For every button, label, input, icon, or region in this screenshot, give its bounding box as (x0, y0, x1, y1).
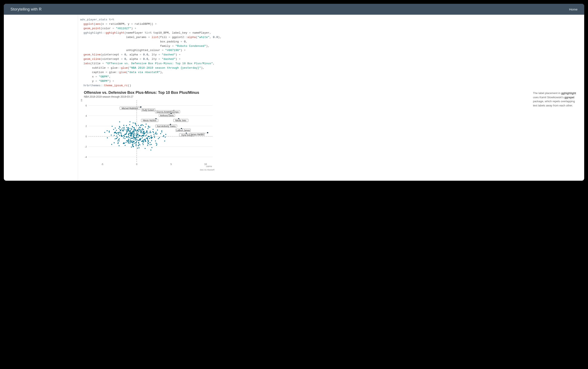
svg-point-315 (117, 132, 118, 133)
svg-point-106 (151, 140, 152, 141)
svg-point-132 (139, 144, 140, 145)
svg-point-243 (127, 131, 128, 132)
svg-point-300 (155, 140, 156, 141)
svg-point-317 (144, 133, 145, 134)
svg-point-383 (129, 128, 130, 129)
svg-point-78 (134, 143, 135, 144)
svg-point-70 (150, 150, 152, 150)
svg-point-269 (148, 141, 149, 142)
svg-point-246 (116, 136, 117, 137)
svg-text:-2: -2 (85, 145, 87, 148)
svg-point-284 (160, 133, 161, 134)
svg-point-139 (148, 127, 149, 128)
svg-point-372 (147, 137, 148, 138)
svg-text:10: 10 (204, 163, 207, 165)
svg-point-38 (142, 132, 143, 133)
svg-point-333 (127, 129, 128, 130)
svg-point-323 (118, 134, 119, 135)
svg-point-162 (119, 138, 120, 139)
sidenote-prefix: The label placement in (533, 91, 561, 95)
svg-point-208 (149, 132, 150, 133)
svg-point-148 (150, 137, 152, 138)
svg-point-295 (115, 127, 116, 129)
svg-point-185 (104, 132, 105, 133)
chart-label: Nikola Vucevic (143, 120, 157, 122)
side-note-body: The label placement in gghighlight uses … (533, 91, 579, 108)
svg-point-180 (136, 141, 137, 142)
svg-point-384 (118, 132, 119, 133)
svg-point-356 (138, 125, 139, 126)
svg-point-251 (138, 137, 139, 138)
svg-point-369 (109, 130, 110, 132)
svg-point-341 (141, 131, 142, 132)
svg-point-322 (135, 142, 136, 144)
svg-point-361 (141, 141, 142, 142)
svg-point-281 (146, 130, 147, 131)
svg-point-113 (133, 127, 134, 128)
svg-point-153 (140, 127, 141, 128)
svg-text:0: 0 (136, 163, 137, 165)
svg-point-222 (142, 137, 143, 138)
svg-point-327 (124, 138, 126, 139)
svg-point-338 (124, 129, 125, 130)
svg-point-52 (130, 130, 131, 131)
svg-point-388 (135, 140, 136, 141)
svg-text:6: 6 (85, 104, 87, 107)
svg-point-82 (145, 135, 146, 136)
svg-point-235 (143, 131, 144, 132)
svg-point-91 (143, 125, 144, 126)
sidenote-mid: uses Kamil Slowikowski's (533, 96, 565, 99)
svg-point-25 (150, 144, 151, 145)
svg-point-342 (133, 146, 134, 147)
chart-label: Rudy Gobert (142, 109, 154, 111)
svg-point-379 (137, 130, 138, 131)
svg-point-340 (156, 142, 157, 144)
svg-point-261 (124, 134, 126, 135)
svg-point-240 (130, 138, 131, 139)
svg-point-332 (133, 136, 134, 137)
sidenote-suffix: package, which repels overlapping text l… (533, 100, 575, 107)
svg-point-262 (157, 130, 158, 130)
svg-point-95 (119, 132, 120, 133)
svg-point-206 (136, 139, 137, 140)
svg-point-209 (151, 144, 152, 145)
svg-point-210 (130, 132, 131, 133)
svg-point-183 (121, 135, 122, 136)
chart-title: Offensive vs. Defensive Box Plus-Minus: … (84, 90, 215, 95)
sidenote-bold2: ggrepel (565, 96, 574, 99)
svg-point-66 (140, 132, 141, 133)
svg-point-108 (106, 130, 108, 131)
svg-text:OBPM: OBPM (206, 165, 212, 168)
svg-point-264 (129, 137, 130, 138)
svg-point-181 (156, 133, 157, 135)
svg-point-86 (142, 124, 143, 125)
svg-point-280 (139, 135, 141, 136)
svg-point-109 (138, 144, 139, 145)
svg-point-335 (143, 140, 144, 141)
svg-point-375 (144, 132, 145, 133)
svg-point-267 (113, 129, 114, 130)
svg-point-119 (136, 132, 138, 133)
svg-point-268 (114, 132, 115, 133)
home-link[interactable]: Home (569, 8, 578, 11)
svg-point-201 (147, 140, 148, 141)
svg-point-99 (128, 139, 129, 140)
sidenote-bold1: gghighlight (561, 91, 576, 95)
svg-point-275 (143, 135, 144, 136)
svg-point-387 (119, 127, 120, 128)
code-block: adv_player_stats %>% ggplot(aes(x = rati… (80, 17, 531, 88)
svg-point-380 (133, 129, 135, 130)
svg-point-158 (153, 129, 154, 130)
svg-text:0: 0 (85, 135, 87, 138)
svg-point-223 (127, 130, 128, 131)
svg-point-224 (133, 130, 134, 131)
svg-point-159 (142, 135, 143, 136)
svg-point-355 (126, 142, 126, 143)
svg-point-198 (107, 137, 108, 138)
svg-point-101 (138, 145, 139, 146)
svg-point-304 (148, 136, 149, 137)
svg-point-339 (140, 125, 141, 126)
svg-point-138 (118, 145, 120, 146)
chart-label: LeBron James (176, 129, 190, 132)
svg-point-84 (140, 130, 141, 132)
